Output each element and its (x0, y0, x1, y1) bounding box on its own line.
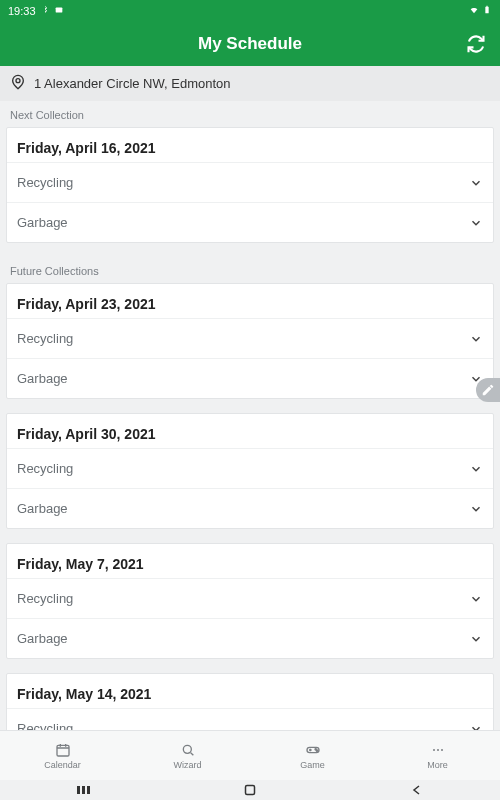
svg-point-10 (437, 749, 439, 751)
chevron-down-icon (469, 632, 483, 646)
chevron-down-icon (469, 722, 483, 731)
chevron-down-icon (469, 176, 483, 190)
svg-point-5 (183, 745, 191, 753)
refresh-icon (466, 34, 486, 54)
status-card-icon (54, 5, 64, 17)
collection-item-label: Garbage (17, 631, 68, 646)
svg-rect-4 (57, 745, 69, 756)
svg-rect-2 (486, 6, 488, 7)
collection-item-label: Recycling (17, 175, 73, 190)
status-bluetooth-icon (40, 5, 50, 17)
app-bar: My Schedule (0, 22, 500, 66)
nav-label: More (427, 760, 448, 770)
calendar-icon (55, 742, 71, 758)
svg-rect-0 (55, 8, 62, 13)
edit-fab[interactable] (476, 378, 500, 402)
nav-label: Game (300, 760, 325, 770)
location-row[interactable]: 1 Alexander Circle NW, Edmonton (0, 66, 500, 101)
collection-date: Friday, May 14, 2021 (7, 674, 493, 708)
collection-item-label: Recycling (17, 331, 73, 346)
collection-item-row[interactable]: Recycling (7, 162, 493, 202)
collection-item-row[interactable]: Recycling (7, 448, 493, 488)
collection-item-label: Garbage (17, 371, 68, 386)
collection-item-row[interactable]: Garbage (7, 202, 493, 242)
sys-recent-button[interactable] (75, 784, 91, 796)
svg-point-9 (433, 749, 435, 751)
collection-card: Friday, April 30, 2021 Recycling Garbage (6, 413, 494, 529)
location-address: 1 Alexander Circle NW, Edmonton (34, 76, 231, 91)
collection-card: Friday, May 14, 2021 Recycling Garbage (6, 673, 494, 730)
nav-wizard[interactable]: Wizard (125, 731, 250, 780)
location-pin-icon (10, 74, 26, 93)
bottom-nav: Calendar Wizard Game More (0, 730, 500, 780)
collection-date: Friday, May 7, 2021 (7, 544, 493, 578)
collection-item-row[interactable]: Recycling (7, 578, 493, 618)
collection-item-label: Garbage (17, 215, 68, 230)
collection-item-row[interactable]: Garbage (7, 358, 493, 398)
status-time: 19:33 (8, 5, 36, 17)
collection-card: Friday, April 23, 2021 Recycling Garbage (6, 283, 494, 399)
collection-item-label: Recycling (17, 721, 73, 730)
status-battery-icon (482, 5, 492, 17)
status-wifi-icon (469, 5, 479, 17)
sys-back-button[interactable] (409, 784, 425, 796)
section-label-next: Next Collection (0, 101, 500, 127)
nav-label: Calendar (44, 760, 81, 770)
android-system-nav (0, 780, 500, 800)
collection-item-row[interactable]: Garbage (7, 618, 493, 658)
nav-calendar[interactable]: Calendar (0, 731, 125, 780)
collection-date: Friday, April 30, 2021 (7, 414, 493, 448)
collection-item-row[interactable]: Garbage (7, 488, 493, 528)
collection-item-label: Garbage (17, 501, 68, 516)
game-icon (305, 742, 321, 758)
svg-rect-14 (87, 786, 90, 794)
chevron-down-icon (469, 332, 483, 346)
collection-date: Friday, April 23, 2021 (7, 284, 493, 318)
collection-item-label: Recycling (17, 591, 73, 606)
search-icon (180, 742, 196, 758)
nav-more[interactable]: More (375, 731, 500, 780)
collection-card: Friday, April 16, 2021 Recycling Garbage (6, 127, 494, 243)
svg-point-11 (441, 749, 443, 751)
collection-item-row[interactable]: Recycling (7, 318, 493, 358)
chevron-down-icon (469, 502, 483, 516)
chevron-down-icon (469, 216, 483, 230)
page-title: My Schedule (198, 34, 302, 54)
svg-point-7 (316, 750, 317, 751)
collection-card: Friday, May 7, 2021 Recycling Garbage (6, 543, 494, 659)
collection-item-row[interactable]: Recycling (7, 708, 493, 730)
chevron-down-icon (469, 592, 483, 606)
nav-label: Wizard (173, 760, 201, 770)
section-label-future: Future Collections (0, 257, 500, 283)
sys-home-button[interactable] (242, 784, 258, 796)
svg-point-3 (16, 79, 20, 83)
android-status-bar: 19:33 (0, 0, 500, 22)
refresh-button[interactable] (462, 30, 490, 58)
schedule-content: Next Collection Friday, April 16, 2021 R… (0, 101, 500, 730)
svg-rect-15 (245, 786, 254, 795)
svg-rect-13 (82, 786, 85, 794)
pencil-icon (481, 383, 495, 397)
collection-date: Friday, April 16, 2021 (7, 128, 493, 162)
chevron-down-icon (469, 462, 483, 476)
nav-game[interactable]: Game (250, 731, 375, 780)
svg-rect-1 (485, 7, 488, 14)
more-icon (430, 742, 446, 758)
collection-item-label: Recycling (17, 461, 73, 476)
svg-rect-12 (77, 786, 80, 794)
